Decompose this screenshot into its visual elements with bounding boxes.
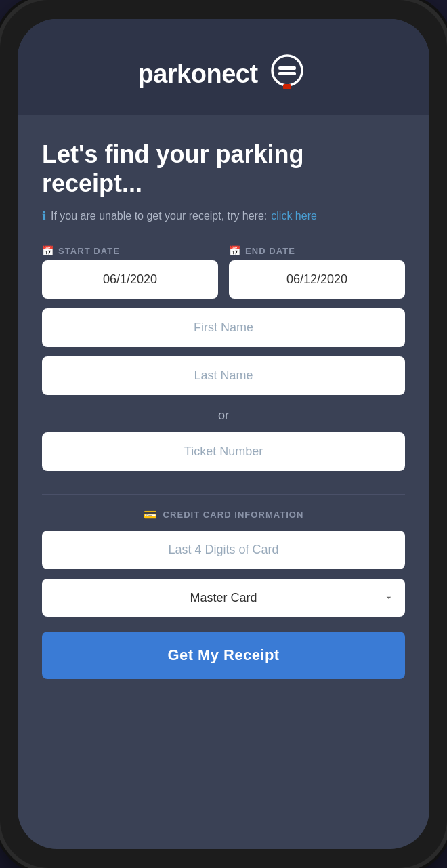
app-header: parkonect: [18, 19, 429, 115]
logo-icon: [265, 51, 310, 96]
page-title: Let's find your parking receipt...: [42, 140, 405, 198]
svg-rect-1: [278, 66, 296, 70]
info-text: If you are unable to get your receipt, t…: [51, 210, 267, 222]
click-here-link[interactable]: click here: [271, 210, 317, 222]
calendar-icon-start: 📅: [42, 245, 54, 256]
first-name-input[interactable]: [42, 308, 405, 347]
end-date-input[interactable]: [229, 260, 405, 299]
svg-rect-2: [278, 72, 296, 75]
start-date-input[interactable]: [42, 260, 218, 299]
calendar-icon-end: 📅: [229, 245, 241, 256]
info-row: ℹ If you are unable to get your receipt,…: [42, 209, 405, 224]
logo-text: parkonect: [137, 60, 257, 89]
last-name-input[interactable]: [42, 356, 405, 395]
main-content: Let's find your parking receipt... ℹ If …: [18, 115, 429, 849]
end-date-label: 📅 END DATE: [229, 245, 405, 256]
end-date-field: 📅 END DATE: [229, 245, 405, 299]
last-digits-input[interactable]: [42, 531, 405, 569]
get-receipt-button[interactable]: Get My Receipt: [42, 632, 405, 679]
date-row: 📅 START DATE 📅 END DATE: [42, 245, 405, 299]
start-date-field: 📅 START DATE: [42, 245, 218, 299]
credit-card-section-label: 💳 CREDIT CARD INFORMATION: [42, 508, 405, 521]
phone-frame: parkonect Let's find your parking receip…: [0, 0, 447, 868]
card-type-select[interactable]: Master Card Visa American Express Discov…: [42, 579, 405, 617]
phone-screen: parkonect Let's find your parking receip…: [18, 19, 429, 849]
section-divider: [42, 494, 405, 495]
info-icon: ℹ: [42, 209, 47, 224]
logo: parkonect: [137, 51, 309, 96]
svg-point-0: [272, 56, 302, 85]
or-divider: or: [42, 409, 405, 423]
start-date-label: 📅 START DATE: [42, 245, 218, 256]
credit-card-icon: 💳: [144, 508, 158, 521]
ticket-number-input[interactable]: [42, 432, 405, 471]
svg-rect-3: [283, 84, 291, 89]
